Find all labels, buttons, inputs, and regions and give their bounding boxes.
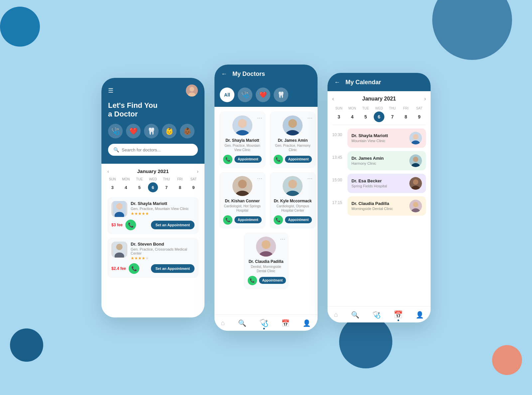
phone1-header: ☰ Let's Find You a Doctor 🩺 ❤️ 🦷 👶	[101, 78, 204, 164]
next-month-cal[interactable]: ›	[424, 96, 426, 102]
nav-calendar-2[interactable]: 📅	[281, 319, 290, 327]
appt-block-4[interactable]: Dr. Claudia Padilla Morningside Dental C…	[347, 196, 426, 216]
appointment-btn-2[interactable]: Set an Appointment	[151, 264, 195, 273]
svg-point-28	[413, 157, 418, 162]
nav-home-2[interactable]: ⌂	[221, 319, 225, 327]
calendar-strip: ‹ January 2021 ›	[107, 168, 199, 174]
back-button-cal[interactable]: ←	[334, 79, 340, 86]
nav-search-2[interactable]: 🔍	[238, 319, 246, 327]
cat-heart[interactable]: ❤️	[126, 124, 141, 138]
appt-name-1: Dr. Shayla Mariott	[351, 133, 388, 138]
page-main-title: Let's Find You a Doctor	[108, 101, 198, 119]
doc-menu-4[interactable]: ⋯	[307, 175, 313, 182]
cal-day-mon[interactable]: MON 4	[345, 106, 359, 122]
nav-calendar-3[interactable]: 📅	[394, 310, 403, 319]
doctors-grid: ⋯ Dr. Shayla Mariott Gen. Practice, Moun…	[219, 111, 313, 229]
doc-call-2[interactable]: 📞	[274, 155, 283, 164]
doc-menu-5[interactable]: ⋯	[280, 236, 285, 242]
nav-stethoscope-3[interactable]: 🩺	[372, 311, 381, 319]
doc-avatar-2	[283, 115, 303, 135]
doc-call-1[interactable]: 📞	[223, 155, 232, 164]
appt-avatar-2	[409, 154, 422, 167]
appt-block-1[interactable]: Dr. Shayla Mariott Mountain View Clinic	[347, 128, 426, 148]
day-thu[interactable]: THU 7	[162, 177, 172, 192]
timeline: 10:30 Dr. Shayla Mariott Mountain View C…	[332, 128, 426, 216]
doctor-spec-1: Gen. Practice, Mountain View Clinic	[131, 207, 195, 211]
cal-day-sat[interactable]: SAT 9	[413, 106, 426, 122]
doc-card-4: ⋯ Dr. Kyle Mccormack Cardiologist, Olymp…	[270, 172, 316, 229]
appt-block-3[interactable]: Dr. Esa Becker Spring Fields Hospital	[347, 174, 426, 193]
cal-day-thu[interactable]: THU 7	[386, 106, 399, 122]
doc-avatar-3	[232, 176, 252, 196]
time-1500: 15:00	[332, 174, 344, 182]
doc-call-4[interactable]: 📞	[274, 215, 283, 225]
cal-day-wed[interactable]: WED 6	[372, 106, 386, 122]
phone-call-btn-1[interactable]: 📞	[125, 220, 136, 230]
appointment-btn-1[interactable]: Set an Appointment	[151, 221, 195, 229]
cat-stethoscope[interactable]: 🩺	[108, 124, 123, 138]
nav-home-3[interactable]: ⌂	[334, 311, 338, 318]
doc-card-2: ⋯ Dr. James Amin Gen. Practice, Harmony …	[270, 111, 316, 168]
bottom-nav-3: ⌂ 🔍 🩺 📅 👤	[328, 306, 431, 322]
doc-call-5[interactable]: 📞	[248, 276, 257, 285]
filter-stethoscope[interactable]: 🩺	[238, 88, 252, 102]
day-wed-active[interactable]: WED 6	[148, 177, 158, 192]
filter-heart[interactable]: ❤️	[256, 88, 270, 102]
day-sat[interactable]: SAT 9	[189, 177, 199, 192]
back-button[interactable]: ←	[221, 71, 227, 78]
doc-appt-5[interactable]: Appointment	[259, 277, 286, 284]
appt-block-2[interactable]: Dr. James Amin Harmony Clinic	[347, 151, 426, 170]
doctor-name-1: Dr. Shayla Mariott	[131, 201, 195, 206]
doc-spec-1: Gen. Practice, Mountain View Clinic	[223, 143, 262, 152]
cat-tooth[interactable]: 🦷	[144, 124, 159, 138]
doctor-stars-1: ★★★★★	[131, 211, 195, 216]
prev-month-btn[interactable]: ‹	[107, 169, 109, 174]
prev-month-cal[interactable]: ‹	[332, 96, 334, 102]
doctor-fee-2: $2.4 fee	[111, 266, 126, 271]
doc-name-1: Dr. Shayla Mariott	[223, 138, 262, 143]
cat-baby2[interactable]: 👶🏾	[180, 124, 195, 138]
search-input[interactable]	[122, 147, 193, 152]
phone2-page-title: My Doctors	[232, 71, 265, 78]
day-sun[interactable]: SUN 3	[107, 177, 117, 192]
doc-appt-3[interactable]: Appointment	[234, 216, 262, 223]
phone2-header: ← My Doctors	[214, 65, 318, 83]
doc-call-3[interactable]: 📞	[223, 215, 232, 225]
doc-appt-4[interactable]: Appointment	[285, 216, 312, 223]
day-fri[interactable]: FRI 8	[175, 177, 185, 192]
doc-avatar-5	[256, 237, 276, 257]
appt-clinic-3: Spring Fields Hospital	[351, 184, 387, 188]
day-tue[interactable]: TUE 5	[134, 177, 144, 192]
week-days: SUN 3 MON 4 TUE 5 WED 6 THU 7	[332, 106, 426, 122]
filter-tooth[interactable]: 🦷	[274, 88, 288, 102]
nav-stethoscope-2[interactable]: 🩺	[259, 319, 268, 327]
cal-day-fri[interactable]: FRI 8	[399, 106, 412, 122]
phone2-body: ⋯ Dr. Shayla Mariott Gen. Practice, Moun…	[214, 107, 318, 323]
doc-name-3: Dr. Kishan Conner	[223, 199, 262, 203]
svg-point-31	[413, 179, 418, 185]
nav-user-3[interactable]: 👤	[416, 311, 424, 319]
nav-search-3[interactable]: 🔍	[351, 311, 359, 319]
phone-call-btn-2[interactable]: 📞	[129, 263, 139, 274]
doc-menu-1[interactable]: ⋯	[257, 115, 262, 121]
nav-user-2[interactable]: 👤	[303, 319, 311, 327]
filter-all[interactable]: All	[220, 88, 234, 102]
cal-day-tue[interactable]: TUE 5	[359, 106, 372, 122]
menu-icon[interactable]: ☰	[108, 87, 113, 94]
cat-baby1[interactable]: 👶	[162, 124, 177, 138]
next-month-btn[interactable]: ›	[197, 169, 199, 174]
appt-name-3: Dr. Esa Becker	[351, 178, 387, 183]
doctor-name-2: Dr. Steven Bond	[131, 242, 195, 247]
doctor-actions-1: $3 fee 📞 Set an Appointment	[111, 220, 195, 230]
filter-tabs: All 🩺 ❤️ 🦷	[214, 83, 318, 107]
doc-appt-2[interactable]: Appointment	[285, 156, 312, 163]
doc-appt-1[interactable]: Appointment	[234, 156, 262, 163]
cal-day-sun[interactable]: SUN 3	[332, 106, 345, 122]
day-mon[interactable]: MON 4	[121, 177, 131, 192]
doc-spec-2: Gen. Practice, Harmony Clinic	[274, 143, 312, 152]
search-bar: 🔍	[108, 144, 198, 156]
user-avatar[interactable]	[186, 85, 198, 97]
doc-menu-3[interactable]: ⋯	[257, 175, 262, 182]
doctor-card-1: Dr. Shayla Mariott Gen. Practice, Mounta…	[107, 197, 199, 234]
doc-menu-2[interactable]: ⋯	[307, 115, 313, 121]
